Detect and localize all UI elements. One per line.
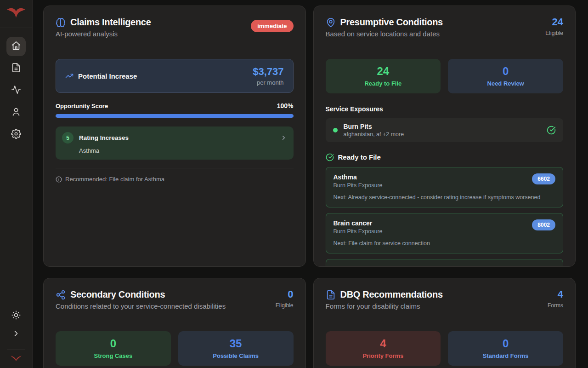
sidebar-item-settings[interactable] [6,125,26,144]
rating-increases-label: Rating Increases [79,134,129,141]
dbq-recommendations-card: DBQ Recommendations Forms for your disab… [313,278,576,368]
sidebar-item-activity[interactable] [6,81,26,100]
rating-count-badge: 5 [62,132,74,144]
sidebar-item-home[interactable] [6,37,26,56]
opportunity-score-label: Opportunity Score [56,103,108,109]
falcon-logo-icon [6,7,26,21]
theme-toggle-button[interactable] [8,308,24,324]
card-subtitle: Forms for your disability claims [326,302,443,310]
claims-intelligence-card: Claims Intelligence AI-powered analysis … [43,6,306,267]
opportunity-progress-fill [56,114,294,118]
condition-source: Burn Pits Exposure [334,182,383,189]
falcon-mark-icon [10,355,23,363]
card-title: Claims Intelligence [70,17,151,28]
home-icon [11,40,21,52]
condition-card-brain-cancer: Brain cancer Burn Pits Exposure 8002 Nex… [326,213,564,253]
check-circle-icon [547,126,556,135]
presumptive-conditions-card: Presumptive Conditions Based on service … [313,6,576,267]
status-dot [333,128,338,132]
condition-next-step: Next: Already service-connected - consid… [334,194,556,201]
sidebar-item-profile[interactable] [6,103,26,122]
card-subtitle: Based on service locations and dates [326,30,443,38]
secondary-conditions-card: Secondary Conditions Conditions related … [43,278,306,368]
condition-name: Brain cancer [334,219,383,227]
strong-cases-stat: 0 Strong Cases [56,331,171,366]
sidebar [0,0,33,368]
card-title: Presumptive Conditions [340,17,443,28]
standard-forms-stat: 0 Standard Forms [448,331,563,366]
card-subtitle: Conditions related to your service-conne… [56,302,226,310]
activity-icon [11,85,21,97]
exposure-detail: afghanistan, af +2 more [344,131,404,138]
gear-icon [11,129,21,141]
check-circle-icon [326,153,334,161]
potential-increase-label: Potential Increase [78,72,137,80]
sidebar-nav [6,37,26,302]
condition-card-asthma: Asthma Burn Pits Exposure 6602 Next: Alr… [326,167,564,207]
ready-to-file-stat: 24 Ready to File [326,59,441,93]
diagnostic-code-badge: 6602 [532,173,555,184]
condition-next-step: Next: File claim for service connection [334,240,556,247]
expand-sidebar-button[interactable] [8,326,24,343]
card-subtitle: AI-powered analysis [56,30,151,38]
dashboard-grid: Claims Intelligence AI-powered analysis … [33,0,588,368]
file-text-icon [326,290,336,300]
app-root: Claims Intelligence AI-powered analysis … [0,0,588,368]
info-icon [56,176,62,183]
opportunity-score-value: 100% [277,102,294,109]
potential-period: per month [253,79,283,86]
eligible-count: 24 [545,17,563,27]
forms-label: Forms [548,303,563,308]
card-title: DBQ Recommendations [340,289,443,300]
condition-name: Asthma [334,173,383,181]
chevron-right-icon [11,329,21,340]
condition-source: Burn Pits Exposure [334,228,383,235]
eligible-label: Eligible [276,303,294,308]
sidebar-footer [0,302,32,368]
card-title: Secondary Conditions [70,289,165,300]
chevron-right-icon [280,134,287,141]
diagnostic-code-badge: 8002 [532,219,555,230]
opportunity-progress-bar [56,114,294,118]
ready-to-file-heading: Ready to File [338,153,381,161]
exposure-name: Burn Pits [344,123,404,130]
app-logo[interactable] [0,0,32,28]
immediate-badge: immediate [251,20,293,32]
divider [56,168,294,168]
forms-count: 4 [548,289,563,299]
priority-forms-stat: 4 Priority Forms [326,331,441,366]
sidebar-item-documents[interactable] [6,59,26,78]
condition-card-partial [326,259,564,267]
exposure-list-item[interactable]: Burn Pits afghanistan, af +2 more [326,118,564,142]
potential-increase-panel: Potential Increase $3,737 per month [56,59,294,93]
map-pin-icon [326,17,336,28]
user-icon [11,107,21,119]
need-review-stat: 0 Need Review [448,59,563,93]
eligible-count: 0 [276,289,294,299]
rating-increases-row[interactable]: 5 Rating Increases Asthma [56,126,294,160]
share-network-icon [56,290,66,300]
eligible-label: Eligible [545,30,563,36]
trending-up-icon [65,72,74,80]
file-text-icon [11,63,21,75]
sidebar-footer-divider [7,349,25,350]
possible-claims-stat: 35 Possible Claims [178,331,294,366]
brain-icon [56,17,66,28]
recommendation-text: Recommended: File claim for Asthma [65,176,164,183]
potential-amount: $3,737 [253,66,283,78]
service-exposures-heading: Service Exposures [326,105,564,113]
rating-detail: Asthma [79,147,287,154]
sun-icon [11,310,21,322]
